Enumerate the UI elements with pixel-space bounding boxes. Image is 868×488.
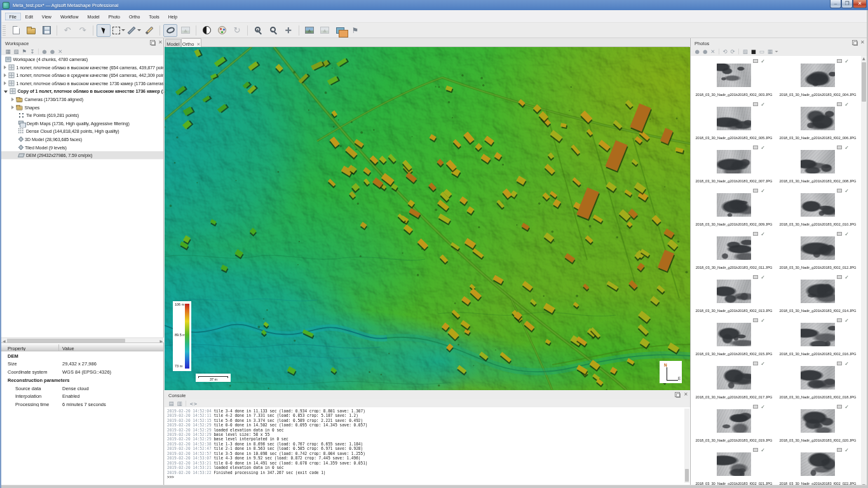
tree-item-11[interactable]: Tiled Model (9 levels) xyxy=(1,144,163,152)
photo-cell[interactable]: ✓2018_03_30_Nadir_g201b20183_f002_012.JP… xyxy=(777,229,858,272)
tab-model[interactable]: Model xyxy=(165,39,181,47)
photo-cell[interactable]: ✓2018_03_30_Nadir_g201b20183_f002_018.JP… xyxy=(777,358,858,402)
photo-cell[interactable]: ✓2018_03_30_Nadir_g201b20183_f002_017.JP… xyxy=(693,358,775,402)
dem-view-button[interactable] xyxy=(163,24,177,37)
workspace-float-icon[interactable] xyxy=(150,40,155,45)
photo-thumbnail[interactable] xyxy=(717,193,751,217)
console-scrollbar[interactable] xyxy=(684,409,689,483)
photo-cell[interactable]: ✓2018_03_30_Nadir_g201b20183_f002_010.JP… xyxy=(777,186,858,229)
photo-thumbnail[interactable] xyxy=(717,150,751,173)
palette-button[interactable] xyxy=(215,24,229,37)
photo-thumbnail[interactable] xyxy=(801,64,835,87)
console-script-icon[interactable]: <> xyxy=(190,402,198,406)
show-photos-button[interactable] xyxy=(333,24,347,37)
tab-ortho[interactable]: Ortho✕ xyxy=(181,38,201,47)
photo-thumbnail[interactable] xyxy=(801,150,835,173)
flag-button[interactable]: ⚑ xyxy=(348,24,362,37)
zoom-reset-button[interactable]: ✛ xyxy=(281,24,295,37)
photos-thumbnails-icon[interactable]: ▦ xyxy=(768,49,773,55)
photo-thumbnail[interactable] xyxy=(717,366,751,390)
menu-file[interactable]: File xyxy=(5,13,20,20)
console-clear-icon[interactable]: ▥ xyxy=(177,401,182,407)
photos-next-icon[interactable]: ● xyxy=(703,49,707,55)
photos-details-icon[interactable]: ■ xyxy=(751,49,756,55)
tree-item-12[interactable]: DEM (29432x27986, 7.59 cm/pix) xyxy=(1,151,163,159)
tree-item-5[interactable]: Cameras (1736/1736 aligned) xyxy=(1,95,163,104)
photo-thumbnail[interactable] xyxy=(717,64,751,87)
zoom-out-button[interactable]: - xyxy=(266,24,280,37)
photo-thumbnail[interactable] xyxy=(717,452,751,476)
menu-view[interactable]: View xyxy=(37,13,55,20)
photo-thumbnail[interactable] xyxy=(717,280,751,303)
workspace-close-icon[interactable]: ✕ xyxy=(158,39,163,45)
photo-cell[interactable]: ✓2018_03_30_Nadir_g201b20183_f002_020.JP… xyxy=(777,402,858,445)
tree-item-2[interactable]: 1 полет, плотное облако в среднем качест… xyxy=(1,71,163,79)
draw-tool-button[interactable] xyxy=(142,24,156,37)
photo-thumbnail[interactable] xyxy=(717,409,751,433)
rotate-right-icon[interactable]: ⟳ xyxy=(731,49,735,55)
minimize-button[interactable]: – xyxy=(830,0,841,8)
photos-float-icon[interactable] xyxy=(852,40,857,45)
photos-prev-icon[interactable]: ● xyxy=(695,49,700,55)
photo-thumbnail[interactable] xyxy=(801,280,835,303)
photo-cell[interactable]: ✓2018_03_30_Nadir_g201b20183_f002_008.JP… xyxy=(777,142,858,186)
photo-thumbnail[interactable] xyxy=(801,236,835,260)
menu-help[interactable]: Help xyxy=(164,13,181,20)
toolbar-grip[interactable] xyxy=(3,25,6,36)
photos-scrollbar[interactable]: ▲ ▼ xyxy=(861,56,867,488)
rectangle-selection-button[interactable] xyxy=(112,24,126,37)
tab-close-icon[interactable]: ✕ xyxy=(196,41,200,46)
photo-cell[interactable]: ✓2018_03_30_Nadir_g201b20183_f002_007.JP… xyxy=(693,142,775,186)
tree-item-4[interactable]: Copy of 1 полет, плотное облако в высоко… xyxy=(1,87,163,95)
tree-item-0[interactable]: Workspace (4 chunks, 4780 cameras) xyxy=(1,55,163,64)
photo-cell[interactable]: ✓2018_03_30_Nadir_g201b20183_f002_004.JP… xyxy=(777,56,858,99)
photos-remove-icon[interactable]: ✕ xyxy=(710,49,715,55)
console-save-icon[interactable]: ▤ xyxy=(169,401,174,407)
photo-thumbnail[interactable] xyxy=(801,107,835,130)
tree-item-6[interactable]: Shapes xyxy=(1,104,163,112)
measure-tool-button[interactable] xyxy=(127,24,141,37)
console-float-icon[interactable] xyxy=(675,392,680,397)
photo-cell[interactable]: ✓2018_03_30_Nadir_g201b20183_f002_011.JP… xyxy=(693,229,775,272)
photo-cell[interactable]: ✓2018_03_30_Nadir_g201b20183_f002_019.JP… xyxy=(693,402,775,445)
rotate-button[interactable]: ↻ xyxy=(230,24,244,37)
save-project-button[interactable] xyxy=(39,24,53,37)
shading-button[interactable] xyxy=(200,24,214,37)
photo-thumbnail[interactable] xyxy=(717,236,751,260)
photo-thumbnail[interactable] xyxy=(717,323,751,346)
tree-item-7[interactable]: Tie Points (619,281 points) xyxy=(1,111,163,119)
menu-photo[interactable]: Photo xyxy=(104,13,124,20)
photo-cell[interactable]: ✓2018_03_30_Nadir_g201b20183_f002_016.JP… xyxy=(777,315,858,358)
photo-cell[interactable]: ✓2018_03_30_Nadir_g201b20183_f002_013.JP… xyxy=(693,272,775,315)
console-log[interactable]: 2019-02-20 14:52:04 tile 3-4 done in 11.… xyxy=(167,409,685,480)
photo-cell[interactable]: ✓2018_03_30_Nadir_g201b20183_f002_005.JP… xyxy=(693,99,775,142)
filter-icon-2[interactable]: ● xyxy=(50,49,55,55)
tree-item-3[interactable]: 1 полет, плотное облако в высоком качест… xyxy=(1,79,163,88)
tree-item-9[interactable]: Dense Cloud (144,818,428 points, High qu… xyxy=(1,127,163,135)
tree-item-8[interactable]: Depth Maps (1736, High quality, Aggressi… xyxy=(1,119,163,128)
photos-filter-icon[interactable]: ▧ xyxy=(743,49,748,55)
console-close-icon[interactable]: ✕ xyxy=(684,391,688,397)
add-marker-icon[interactable]: ⚑ xyxy=(22,49,27,55)
photos-close-icon[interactable]: ✕ xyxy=(860,39,865,45)
photo-cell[interactable]: ✓2018_03_30_Nadir_g201b20183_f002_021.JP… xyxy=(693,445,775,488)
navigation-tool-button[interactable] xyxy=(97,24,111,37)
menu-workflow[interactable]: Workflow xyxy=(56,13,83,20)
undo-button[interactable]: ↶ xyxy=(60,24,74,37)
open-project-button[interactable] xyxy=(24,24,38,37)
import-icon[interactable]: ↧ xyxy=(30,49,34,55)
photo-cell[interactable]: ✓2018_03_30_Nadir_g201b20183_f002_014.JP… xyxy=(777,272,858,315)
add-photos-icon[interactable]: ▧ xyxy=(14,49,19,55)
add-chunk-icon[interactable]: ▦ xyxy=(6,49,11,55)
show-masks-button[interactable] xyxy=(318,24,332,37)
menu-tools[interactable]: Tools xyxy=(145,13,163,20)
tree-item-10[interactable]: 3D Model (28,963,685 faces) xyxy=(1,135,163,144)
photo-cell[interactable]: ✓2018_03_30_Nadir_g201b20183_f002_006.JP… xyxy=(777,99,858,142)
remove-icon[interactable]: ✕ xyxy=(58,49,62,55)
photo-cell[interactable]: ✓2018_03_30_Nadir_g201b20183_f002_022.JP… xyxy=(777,445,858,488)
redo-button[interactable]: ↷ xyxy=(76,24,90,37)
photo-cell[interactable]: ✓2018_03_30_Nadir_g201b20183_f002_015.JP… xyxy=(693,315,775,358)
close-button[interactable]: ✕ xyxy=(853,0,867,8)
photo-cell[interactable]: ✓2018_03_30_Nadir_g201b20183_f002_009.JP… xyxy=(693,186,775,229)
maximize-button[interactable]: ❐ xyxy=(841,0,853,8)
